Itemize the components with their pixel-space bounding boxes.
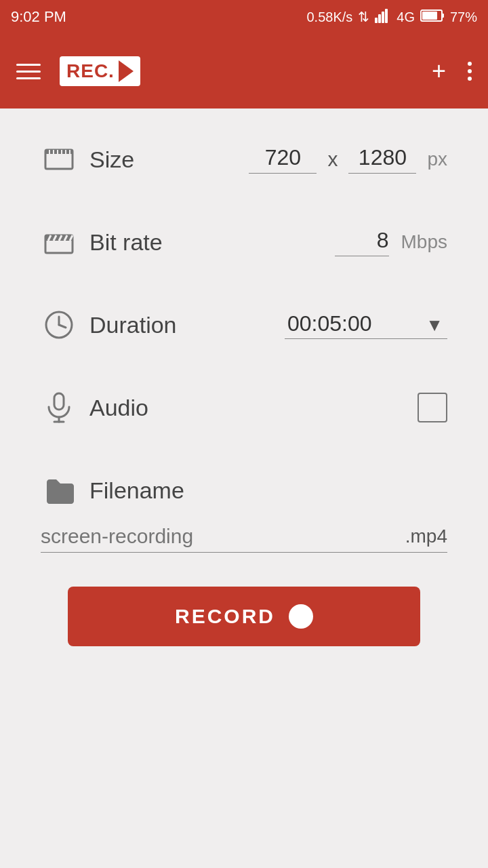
audio-checkbox[interactable] bbox=[418, 393, 447, 422]
bitrate-label: Bit rate bbox=[89, 229, 335, 256]
record-button[interactable]: RECORD bbox=[68, 587, 420, 646]
app-bar-left: REC. bbox=[16, 56, 140, 86]
network-type: 4G bbox=[396, 9, 415, 25]
bitrate-value: Mbps bbox=[335, 228, 447, 256]
bitrate-icon bbox=[41, 230, 77, 254]
duration-setting-row: Duration 00:01:00 00:02:00 00:03:00 00:0… bbox=[41, 301, 447, 349]
record-circle-icon bbox=[289, 604, 313, 629]
svg-rect-3 bbox=[385, 9, 388, 23]
logo-triangle-icon bbox=[119, 60, 134, 82]
size-width-input[interactable] bbox=[249, 145, 317, 174]
record-button-label: RECORD bbox=[175, 605, 275, 628]
size-unit-label: px bbox=[427, 149, 447, 170]
battery-icon bbox=[420, 9, 445, 26]
filename-input[interactable] bbox=[41, 525, 399, 548]
audio-setting-row: Audio bbox=[41, 384, 447, 431]
svg-rect-25 bbox=[54, 393, 64, 410]
svg-line-24 bbox=[59, 325, 66, 328]
app-bar-right: + bbox=[429, 56, 472, 86]
size-setting-row: Size x px bbox=[41, 136, 447, 183]
signal-bars bbox=[375, 8, 391, 26]
status-bar: 9:02 PM 0.58K/s ⇅ 4G 77% bbox=[0, 0, 488, 34]
filename-input-row: .mp4 bbox=[41, 525, 447, 553]
hamburger-menu-icon[interactable] bbox=[16, 64, 41, 79]
size-x-separator: x bbox=[327, 148, 338, 171]
size-label: Size bbox=[89, 146, 249, 173]
audio-value bbox=[418, 393, 447, 422]
logo-text: REC. bbox=[66, 60, 115, 82]
filename-extension: .mp4 bbox=[405, 526, 447, 547]
filename-section: Filename .mp4 bbox=[41, 467, 447, 553]
svg-rect-5 bbox=[442, 14, 444, 18]
main-content: Size x px Bit rate Mbps bbox=[0, 108, 488, 694]
more-options-icon[interactable] bbox=[468, 62, 472, 81]
filename-icon bbox=[41, 477, 77, 504]
add-button[interactable]: + bbox=[429, 56, 449, 86]
duration-value: 00:01:00 00:02:00 00:03:00 00:05:00 00:1… bbox=[285, 311, 447, 339]
size-height-input[interactable] bbox=[348, 145, 416, 174]
network-speed: 0.58K/s bbox=[306, 9, 352, 25]
app-bar: REC. + bbox=[0, 34, 488, 108]
duration-select[interactable]: 00:01:00 00:02:00 00:03:00 00:05:00 00:1… bbox=[285, 311, 447, 339]
duration-label: Duration bbox=[89, 312, 285, 338]
filename-label: Filename bbox=[89, 477, 447, 504]
app-logo: REC. bbox=[60, 56, 140, 86]
bitrate-unit-label: Mbps bbox=[401, 231, 447, 253]
audio-icon bbox=[41, 392, 77, 423]
filename-label-row: Filename bbox=[41, 467, 447, 514]
size-value: x px bbox=[249, 145, 447, 174]
audio-label: Audio bbox=[89, 395, 418, 421]
bitrate-setting-row: Bit rate Mbps bbox=[41, 218, 447, 266]
duration-icon bbox=[41, 310, 77, 340]
record-button-wrap: RECORD bbox=[41, 587, 447, 673]
size-icon bbox=[41, 147, 77, 172]
status-right: 0.58K/s ⇅ 4G 77% bbox=[306, 8, 477, 26]
svg-rect-2 bbox=[382, 12, 384, 23]
svg-rect-1 bbox=[378, 14, 381, 23]
battery-percent: 77% bbox=[450, 9, 477, 25]
svg-rect-0 bbox=[375, 18, 378, 23]
bitrate-input[interactable] bbox=[335, 228, 389, 256]
svg-rect-6 bbox=[422, 12, 437, 20]
status-time: 9:02 PM bbox=[11, 8, 66, 26]
signal-arrows: ⇅ bbox=[358, 9, 369, 25]
